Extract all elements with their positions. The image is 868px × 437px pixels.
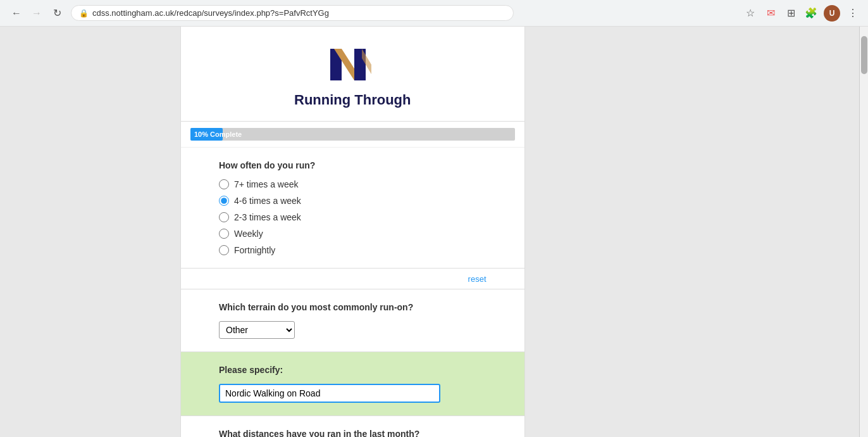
- radio-label-7plus: 7+ times a week: [234, 179, 299, 189]
- forward-button[interactable]: →: [28, 4, 46, 22]
- right-panel: [525, 27, 869, 437]
- reload-button[interactable]: ↻: [48, 4, 66, 22]
- menu-icon[interactable]: ⋮: [845, 6, 860, 21]
- star-icon[interactable]: ☆: [743, 6, 758, 21]
- logo-svg: [327, 46, 378, 84]
- left-panel: [0, 27, 180, 437]
- address-bar[interactable]: 🔒 cdss.nottingham.ac.uk/redcap/surveys/i…: [71, 5, 514, 21]
- logo-container: [194, 46, 512, 86]
- puzzle-icon[interactable]: 🧩: [803, 6, 819, 21]
- radio-option-7plus[interactable]: 7+ times a week: [219, 179, 487, 189]
- question1-section: How often do you run? 7+ times a week 4-…: [181, 148, 524, 269]
- question3-label: Please specify:: [219, 365, 487, 375]
- reset-link[interactable]: reset: [468, 274, 487, 284]
- url-text: cdss.nottingham.ac.uk/redcap/surveys/ind…: [92, 8, 329, 18]
- radio-4to6[interactable]: [219, 196, 229, 206]
- radio-2to3[interactable]: [219, 212, 229, 222]
- scrollbar[interactable]: [859, 27, 868, 437]
- question1-radio-group: 7+ times a week 4-6 times a week 2-3 tim…: [219, 179, 487, 255]
- back-button[interactable]: ←: [8, 4, 25, 22]
- question4-section: What distances have you ran in the last …: [181, 416, 524, 437]
- radio-option-weekly[interactable]: Weekly: [219, 229, 487, 239]
- survey-title: Running Through: [194, 92, 512, 108]
- question1-label: How often do you run?: [219, 160, 487, 170]
- survey-header: Running Through: [181, 27, 524, 122]
- reset-link-container: reset: [181, 269, 524, 289]
- avatar[interactable]: U: [824, 5, 840, 22]
- radio-option-4to6[interactable]: 4-6 times a week: [219, 196, 487, 206]
- radio-label-fortnightly: Fortnightly: [234, 245, 275, 255]
- radio-fortnightly[interactable]: [219, 245, 229, 255]
- extension-icon[interactable]: ✉: [763, 6, 778, 21]
- question2-section: Which terrain do you most commonly run-o…: [181, 289, 524, 352]
- question3-section: Please specify:: [181, 352, 524, 416]
- radio-weekly[interactable]: [219, 229, 229, 239]
- radio-7plus[interactable]: [219, 179, 229, 189]
- nav-buttons: ← → ↻: [8, 4, 66, 22]
- progress-bar-inner: 10% Complete: [190, 128, 223, 141]
- lock-icon: 🔒: [79, 9, 89, 18]
- radio-label-4to6: 4-6 times a week: [234, 196, 301, 206]
- specify-input[interactable]: [219, 384, 440, 403]
- question4-label: What distances have you ran in the last …: [219, 429, 487, 437]
- progress-container: 10% Complete: [181, 122, 524, 148]
- main-content: Running Through 10% Complete How often d…: [180, 27, 525, 437]
- radio-label-weekly: Weekly: [234, 229, 263, 239]
- extensions-icon[interactable]: ⊞: [783, 6, 798, 21]
- radio-option-fortnightly[interactable]: Fortnightly: [219, 245, 487, 255]
- radio-option-2to3[interactable]: 2-3 times a week: [219, 212, 487, 222]
- page-wrapper: Running Through 10% Complete How often d…: [0, 27, 868, 437]
- terrain-select[interactable]: Road Trail Track Treadmill Other: [219, 321, 295, 339]
- progress-label: 10% Complete: [194, 130, 242, 138]
- progress-bar-outer: 10% Complete: [190, 128, 515, 141]
- question2-label: Which terrain do you most commonly run-o…: [219, 302, 487, 312]
- browser-toolbar: ← → ↻ 🔒 cdss.nottingham.ac.uk/redcap/sur…: [0, 0, 868, 27]
- radio-label-2to3: 2-3 times a week: [234, 212, 301, 222]
- toolbar-icons: ☆ ✉ ⊞ 🧩 U ⋮: [743, 5, 860, 22]
- scrollbar-thumb[interactable]: [861, 36, 867, 74]
